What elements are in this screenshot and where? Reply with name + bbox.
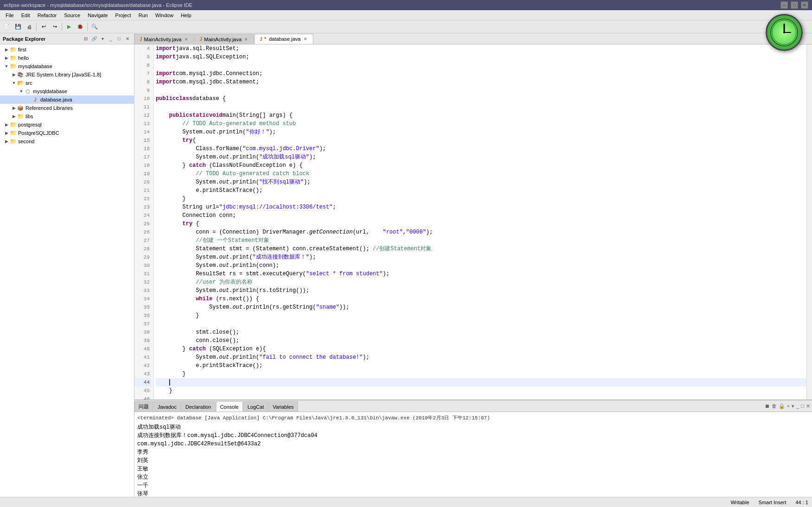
bottom-tab-problems[interactable]: 问题 <box>134 401 153 412</box>
console-line-1: 成功加载sql驱动 <box>137 423 809 431</box>
menu-file[interactable]: File <box>2 12 18 19</box>
javadoc-label: Javadoc <box>158 404 177 410</box>
tree-item-postgresql[interactable]: ▶ 📁 postgresql <box>0 120 134 129</box>
console-line-4: 李秀 <box>137 448 809 456</box>
view-menu-icon[interactable]: ▾ <box>99 35 106 43</box>
tree-item-jre[interactable]: ▶ 📚 JRE System Library [JavaSE-1.8] <box>0 70 134 79</box>
code-editor: 4 5 6 7 8 9 10 11 12 13 14 15 16 17 18 1… <box>134 44 812 399</box>
tree-item-hello[interactable]: ▶ 📁 hello <box>0 54 134 62</box>
expand-hello-icon[interactable]: ▶ <box>4 55 9 61</box>
console-line-8: 一千 <box>137 482 809 490</box>
ln-34: 34 <box>134 295 152 303</box>
expand-reflibs-icon[interactable]: ▶ <box>11 105 17 111</box>
menu-source[interactable]: Source <box>60 12 84 19</box>
ln-37: 37 <box>134 320 152 328</box>
tree-item-reflibs[interactable]: ▶ 📦 Referenced Libraries <box>0 104 134 112</box>
code-line-4: import java.sql.ResultSet; <box>156 44 806 53</box>
view-menu-bottom-icon[interactable]: ▾ <box>792 403 794 409</box>
tree-item-postgresqljdbc[interactable]: ▶ 📁 PostgreSQLJDBC <box>0 129 134 137</box>
problems-label: 问题 <box>139 403 149 410</box>
tab-close-1[interactable]: ✕ <box>184 37 189 42</box>
tree-item-database-java[interactable]: J database.java <box>0 95 134 104</box>
new-button[interactable]: 📄 <box>2 22 12 32</box>
maximize-view-icon[interactable]: □ <box>115 35 123 43</box>
minimize-bottom-icon[interactable]: _ <box>796 403 799 409</box>
bottom-tab-console[interactable]: Console <box>216 401 243 412</box>
tab-close-2[interactable]: ✕ <box>243 37 249 42</box>
code-line-14: System.out.println("你好！"); <box>156 128 806 136</box>
redo-button[interactable]: ↪ <box>50 22 60 32</box>
ln-27: 27 <box>134 236 152 245</box>
bottom-tab-variables[interactable]: Variables <box>268 401 298 412</box>
code-content[interactable]: import java.sql.ResultSet; import java.s… <box>154 44 806 399</box>
new-console-icon[interactable]: + <box>787 403 790 409</box>
collapse-all-icon[interactable]: ⊟ <box>82 35 89 43</box>
expand-src-icon[interactable]: ▼ <box>11 80 17 86</box>
menu-help[interactable]: Help <box>177 12 195 19</box>
menu-window[interactable]: Window <box>152 12 177 19</box>
undo-button[interactable]: ↩ <box>38 22 49 32</box>
expand-second-icon[interactable]: ▶ <box>4 139 9 144</box>
menu-navigate[interactable]: Navigate <box>84 12 111 19</box>
title-text: eclipse-workspace - mysqldatabase/src/my… <box>4 2 192 8</box>
expand-first-icon[interactable]: ▶ <box>4 47 9 52</box>
run-button[interactable]: ▶ <box>64 22 74 32</box>
bottom-tab-declaration[interactable]: Declaration <box>181 401 216 412</box>
menu-edit[interactable]: Edit <box>18 12 34 19</box>
close-bottom-icon[interactable]: ✕ <box>806 403 810 409</box>
tab-database-java[interactable]: J * database.java ✕ <box>254 34 313 44</box>
bottom-tab-logcat[interactable]: LogCat <box>243 401 268 412</box>
tree-item-first[interactable]: ▶ 📁 first <box>0 45 134 54</box>
tab-mainactivity-2[interactable]: J MainActivity.java ✕ <box>195 34 254 44</box>
ln-24: 24 <box>134 211 152 220</box>
save-button[interactable]: 💾 <box>13 22 23 32</box>
search-button[interactable]: 🔍 <box>89 22 100 32</box>
clear-console-icon[interactable]: 🗑 <box>772 403 777 409</box>
code-line-42: e.printStackTrace(); <box>156 361 806 370</box>
code-line-29: System.out.print("成功连接到数据库！"); <box>156 253 806 261</box>
expand-postgresql-icon[interactable]: ▶ <box>4 122 9 127</box>
sidebar-tree: ▶ 📁 first ▶ 📁 hello ▼ 📁 mysqldatabase <box>0 44 134 497</box>
debug-button[interactable]: 🐞 <box>75 22 85 32</box>
expand-pkg-icon[interactable]: ▼ <box>19 89 24 94</box>
expand-pgldbc-icon[interactable]: ▶ <box>4 130 9 136</box>
maximize-button[interactable]: □ <box>791 1 798 9</box>
code-line-30: System.out.println(conn); <box>156 261 806 270</box>
first-label: first <box>18 47 26 52</box>
expand-jre-icon[interactable]: ▶ <box>11 72 17 77</box>
ln-40: 40 <box>134 345 152 353</box>
tree-item-second[interactable]: ▶ 📁 second <box>0 137 134 146</box>
console-line-9: 张琴 <box>137 490 809 497</box>
tree-item-src[interactable]: ▼ 📂 src <box>0 79 134 87</box>
code-line-38: stmt.close(); <box>156 328 806 336</box>
tree-item-mysqldatabase[interactable]: ▼ 📁 mysqldatabase <box>0 62 134 70</box>
close-view-icon[interactable]: ✕ <box>124 35 131 43</box>
code-line-46 <box>156 395 806 399</box>
reflibs-icon: 📦 <box>17 104 24 112</box>
print-button[interactable]: 🖨 <box>24 22 34 32</box>
postgresql-icon: 📁 <box>9 121 17 128</box>
menu-refactor[interactable]: Refactor <box>34 12 61 19</box>
scroll-lock-icon[interactable]: 🔒 <box>779 403 785 409</box>
tab-label-2: MainActivity.java <box>204 37 241 42</box>
editor-scrollbar[interactable] <box>806 44 812 399</box>
ln-19: 19 <box>134 170 152 178</box>
tree-item-libs[interactable]: ▶ 📁 libs <box>0 112 134 120</box>
bottom-tab-javadoc[interactable]: Javadoc <box>153 401 181 412</box>
menu-project[interactable]: Project <box>112 12 135 19</box>
close-button[interactable]: ✕ <box>801 1 808 9</box>
minimize-view-icon[interactable]: _ <box>107 35 114 43</box>
expand-mysql-icon[interactable]: ▼ <box>4 63 9 69</box>
code-line-27: //创建 一个Statement对象 <box>156 236 806 245</box>
maximize-bottom-icon[interactable]: □ <box>801 403 804 409</box>
tab-close-3[interactable]: ✕ <box>303 36 308 42</box>
tab-mainactivity-1[interactable]: J MainActivity.java ✕ <box>134 34 194 44</box>
menu-run[interactable]: Run <box>135 12 152 19</box>
stop-icon[interactable]: ⏹ <box>765 403 770 409</box>
expand-libs-icon[interactable]: ▶ <box>11 114 17 119</box>
tree-item-pkg[interactable]: ▼ ⬡ mysqldatabase <box>0 87 134 95</box>
link-with-editor-icon[interactable]: 🔗 <box>90 35 98 43</box>
ln-26: 26 <box>134 228 152 236</box>
minimize-button[interactable]: ─ <box>780 1 788 9</box>
ln-22: 22 <box>134 195 152 203</box>
